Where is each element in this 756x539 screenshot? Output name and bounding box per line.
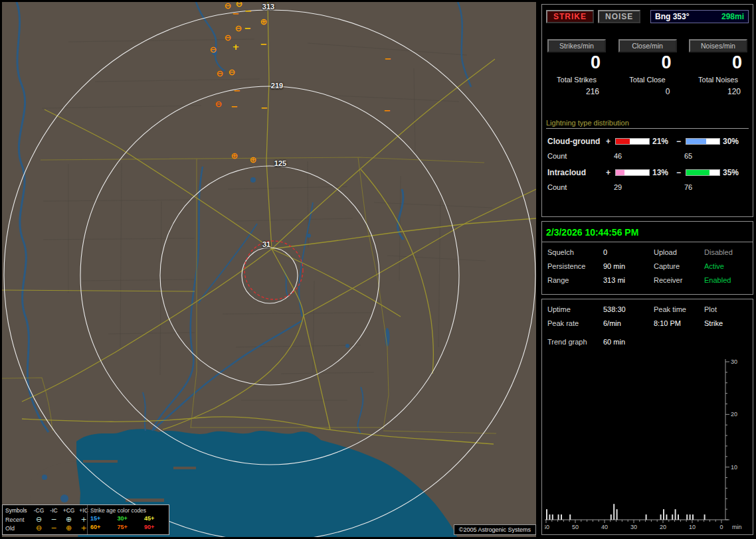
noises-per-min-value: 0 [689, 52, 747, 73]
nexstorm-window: 31321912531 ⊖⊖−−⊕⊖−⊖⊖+−−⊖⊖−⊖−−−⊕⊕ Symbol… [0, 0, 756, 539]
cg-minus-count: 65 [684, 152, 692, 160]
uptime-label: Uptime [547, 305, 603, 313]
svg-text:40: 40 [601, 524, 608, 530]
map-legend: Symbols -CG -IC +CG +IC Recent ⊖ − ⊕ + O… [2, 504, 169, 535]
strike-symbol-minus: − [234, 86, 241, 95]
date-time-display: 2/3/2026 10:44:56 PM [542, 222, 753, 242]
trend-graph-row: Trend graph 60 min [542, 327, 753, 346]
cg-count-label: Count [547, 152, 609, 160]
noise-mode-button[interactable]: NOISE [598, 10, 640, 23]
squelch-label: Squelch [547, 248, 603, 256]
range-ring-label-219: 219 [271, 82, 283, 90]
total-noises-label: Total Noises [689, 76, 747, 84]
strike-symbol-circle-minus: ⊖ [215, 100, 223, 108]
cg-plus-count: 46 [609, 152, 684, 160]
cloud-ground-count-row: Count 46 65 [542, 146, 753, 160]
lightning-map[interactable]: 31321912531 ⊖⊖−−⊕⊖−⊖⊖+−−⊖⊖−⊖−−−⊕⊕ Symbol… [2, 2, 536, 537]
age-45: 45+ [144, 514, 169, 523]
strike-stats-panel: STRIKE NOISE Bng 353° 298mi Strikes/min … [541, 4, 753, 217]
settings-row-range: Range 313 mi Receiver Enabled [542, 270, 753, 284]
rate-counters: Strikes/min 0 Close/min 0 Noises/min 0 [542, 23, 753, 73]
strike-symbol-plus: + [233, 42, 240, 51]
svg-text:30: 30 [630, 524, 637, 530]
intracloud-label: Intracloud [547, 168, 606, 177]
cloud-ground-row: Cloud-ground + 21% − 30% [542, 129, 753, 146]
ic-minus-pct: 35% [720, 168, 747, 177]
bearing-range-display: Bng 353° 298mi [650, 10, 749, 23]
legend-col-neg-cg: -CG [33, 506, 46, 515]
totals-row: Total Strikes 216 Total Close 0 Total No… [542, 73, 753, 96]
recent-pos-cg-icon: ⊕ [62, 515, 76, 524]
legend-col-neg-ic: -IC [47, 506, 60, 515]
total-noises-value: 120 [689, 87, 747, 96]
range-label: Range [547, 276, 603, 284]
ic-plus-pct: 13% [650, 168, 676, 177]
close-per-min-value: 0 [618, 52, 677, 73]
total-strikes-column: Total Strikes 216 [547, 76, 606, 96]
strike-symbol-circle-minus: ⊖ [235, 24, 242, 33]
capture-label: Capture [654, 262, 704, 270]
strike-symbol-circle-plus: ⊕ [250, 155, 257, 164]
legend-age-section: Strike age color codes 15+ 30+ 45+ 60+ 7… [87, 505, 171, 534]
strike-symbol-circle-plus: ⊕ [231, 151, 238, 160]
recent-neg-cg-icon: ⊖ [33, 515, 46, 524]
cloud-ground-label: Cloud-ground [547, 137, 606, 146]
old-pos-cg-icon: ⊕ [62, 524, 76, 532]
ic-minus-bar [686, 169, 720, 176]
strike-symbol-minus: − [231, 102, 238, 111]
svg-text:60: 60 [545, 524, 549, 530]
total-strikes-value: 216 [547, 87, 606, 96]
plus-polarity-sign: + [606, 168, 615, 177]
strikes-per-min-column: Strikes/min 0 [547, 39, 606, 73]
intracloud-count-row: Count 29 76 [542, 177, 753, 191]
svg-text:20: 20 [731, 411, 737, 418]
strike-symbol-circle-minus: ⊖ [229, 68, 236, 76]
legend-symbols-header: Symbols [5, 506, 31, 515]
range-ring-label-31: 31 [262, 240, 270, 248]
cg-plus-bar [615, 138, 650, 145]
status-row-1: Uptime 538:30 Peak time Plot [542, 299, 753, 313]
trend-graph-label: Trend graph [547, 338, 603, 346]
strikes-per-min-button[interactable]: Strikes/min [547, 39, 606, 52]
peak-time-value: 8:10 PM [654, 319, 704, 327]
cg-plus-pct: 21% [650, 137, 676, 146]
squelch-value: 0 [603, 248, 654, 256]
cg-minus-bar [686, 138, 720, 145]
status-trend-panel: Uptime 538:30 Peak time Plot Peak rate 6… [541, 299, 753, 535]
ic-minus-count: 76 [684, 183, 692, 191]
close-per-min-button[interactable]: Close/min [618, 39, 677, 52]
svg-text:30: 30 [731, 358, 737, 365]
strike-symbol-circle-minus: ⊖ [225, 33, 232, 42]
strike-mode-button[interactable]: STRIKE [546, 10, 594, 23]
svg-text:0: 0 [719, 524, 723, 530]
svg-text:20: 20 [660, 524, 666, 530]
ic-count-label: Count [547, 183, 609, 191]
total-strikes-label: Total Strikes [547, 76, 606, 84]
upload-status: Disabled [704, 248, 753, 256]
strike-symbol-minus: − [260, 40, 268, 48]
peak-rate-value: 6/min [603, 319, 654, 327]
range-readout: 298mi [721, 12, 744, 21]
strike-symbol-minus: − [233, 9, 240, 18]
age-60: 60+ [90, 523, 116, 532]
total-close-value: 0 [618, 87, 677, 96]
noises-per-min-button[interactable]: Noises/min [689, 39, 747, 52]
plus-polarity-sign: + [606, 137, 615, 146]
strike-symbol-minus: − [261, 104, 268, 112]
strikes-per-min-value: 0 [547, 52, 606, 73]
legend-old-label: Old [5, 524, 31, 533]
total-noises-column: Total Noises 120 [689, 76, 747, 96]
age-15: 15+ [90, 514, 116, 523]
svg-text:50: 50 [572, 524, 579, 530]
plot-value: Strike [704, 319, 753, 327]
recent-neg-ic-icon: − [47, 515, 60, 524]
noises-per-min-column: Noises/min 0 [689, 39, 747, 73]
persistence-label: Persistence [547, 262, 603, 270]
bearing-readout: Bng 353° [655, 12, 689, 21]
age-30: 30+ [118, 514, 143, 523]
receiver-label: Receiver [654, 276, 704, 284]
old-neg-cg-icon: ⊖ [33, 524, 46, 532]
svg-text:10: 10 [731, 464, 737, 471]
display-mode-toolbar: STRIKE NOISE Bng 353° 298mi [542, 5, 753, 23]
range-ring-label-125: 125 [274, 159, 286, 167]
